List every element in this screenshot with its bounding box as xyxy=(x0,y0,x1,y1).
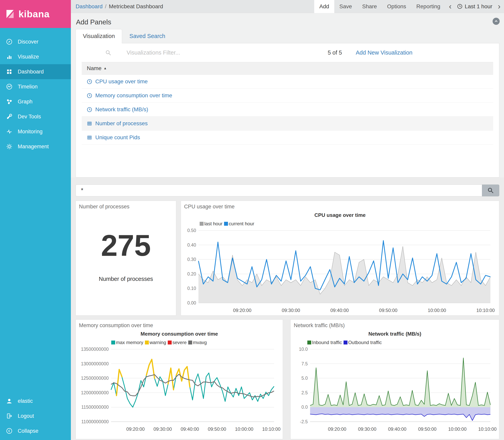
legend-item-inbound-traffic[interactable]: Inbound traffic xyxy=(307,340,342,345)
query-input[interactable] xyxy=(76,185,482,196)
metric-value: 275 xyxy=(101,228,151,263)
legend-item-last-hour[interactable]: last hour xyxy=(200,221,223,226)
svg-text:09:30:00: 09:30:00 xyxy=(358,426,376,432)
sidebar-item-collapse[interactable]: Collapse xyxy=(0,424,71,439)
legend-swatch xyxy=(200,222,204,226)
visualize-icon xyxy=(6,53,13,60)
time-back-chevron-icon[interactable]: ‹ xyxy=(445,0,455,13)
legend-item-outbound-traffic[interactable]: Outbound traffic xyxy=(344,340,382,345)
metric-visualization: 275 Number of processes xyxy=(76,210,176,282)
menu-reporting-button[interactable]: Reporting xyxy=(411,0,445,13)
menu-options-button[interactable]: Options xyxy=(382,0,411,13)
svg-text:09:20:00: 09:20:00 xyxy=(233,308,252,313)
table-row-cpu-usage[interactable]: CPU usage over time xyxy=(82,75,493,89)
svg-text:2.5: 2.5 xyxy=(301,390,308,395)
sidebar-item-label: Logout xyxy=(18,413,34,419)
add-new-visualization-link[interactable]: Add New Visualization xyxy=(356,49,412,56)
panel-number-of-processes: Number of processes 275 Number of proces… xyxy=(76,201,176,316)
gear-icon xyxy=(6,143,13,150)
table-row-unique-count-pids[interactable]: Unique count Pids xyxy=(82,131,493,145)
tab-saved-search[interactable]: Saved Search xyxy=(122,29,172,43)
query-search-button[interactable] xyxy=(482,185,499,196)
table-icon xyxy=(87,135,92,140)
svg-text:0.0: 0.0 xyxy=(301,405,308,410)
table-row-memory-consumption[interactable]: Memory consumption over time xyxy=(82,89,493,103)
visualization-count: 5 of 5 xyxy=(328,49,342,56)
collapse-add-panel-button[interactable] xyxy=(492,18,500,25)
add-panels-section: Add Panels Visualization Saved Search 5 … xyxy=(71,13,504,178)
sidebar-item-label: Collapse xyxy=(18,428,38,434)
legend-item-warning[interactable]: warning xyxy=(145,340,166,345)
kibana-logo-icon xyxy=(5,9,15,19)
time-picker[interactable]: Last 1 hour xyxy=(455,0,494,13)
sidebar-item-timelion[interactable]: Timelion xyxy=(0,79,71,94)
table-row-network-traffic[interactable]: Network traffic (MB/s) xyxy=(82,103,493,117)
sidebar-item-dev-tools[interactable]: Dev Tools xyxy=(0,109,71,124)
svg-text:10:10:00: 10:10:00 xyxy=(476,308,494,313)
logo-text: kibana xyxy=(18,9,50,19)
sidebar-item-label: Graph xyxy=(18,99,32,105)
visualizations-filter-input[interactable] xyxy=(126,49,295,56)
table-header-name[interactable]: Name ▲ xyxy=(82,62,493,75)
breadcrumb-dashboard-link[interactable]: Dashboard xyxy=(76,3,103,10)
legend-item-max-memory[interactable]: max memory xyxy=(111,340,143,345)
svg-text:09:50:00: 09:50:00 xyxy=(418,426,437,432)
svg-text:0.50: 0.50 xyxy=(187,228,196,233)
svg-text:13000000000: 13000000000 xyxy=(81,361,109,366)
legend-swatch xyxy=(224,222,228,226)
clock-icon xyxy=(87,107,92,112)
dashboard-icon xyxy=(6,68,13,75)
top-menu: Add Save Share Options Reporting ‹ Last … xyxy=(314,0,504,13)
panel-title: Network traffic (MB/s) xyxy=(291,320,499,329)
svg-text:09:40:00: 09:40:00 xyxy=(388,426,406,432)
legend-item-severe[interactable]: severe xyxy=(168,340,187,345)
sidebar-item-graph[interactable]: Graph xyxy=(0,94,71,109)
svg-text:12500000000: 12500000000 xyxy=(81,376,109,381)
panel-title: CPU usage over time xyxy=(181,201,499,210)
query-bar xyxy=(76,185,499,196)
sidebar-item-dashboard[interactable]: Dashboard xyxy=(0,64,71,79)
svg-text:10:10:00: 10:10:00 xyxy=(478,426,497,432)
sidebar-item-elastic-user[interactable]: elastic xyxy=(0,394,71,409)
cpu-usage-chart: 0.000.100.200.300.400.5009:20:0009:30:00… xyxy=(184,228,496,314)
legend-item-mvavg[interactable]: mvavg xyxy=(188,340,207,345)
menu-share-button[interactable]: Share xyxy=(357,0,382,13)
svg-text:09:30:00: 09:30:00 xyxy=(153,426,172,432)
table-header-label: Name xyxy=(87,65,102,71)
wrench-icon xyxy=(6,113,13,120)
tab-visualization[interactable]: Visualization xyxy=(76,29,122,43)
kibana-logo[interactable]: kibana xyxy=(0,0,71,28)
time-picker-label: Last 1 hour xyxy=(465,3,492,10)
chart-title: CPU usage over time xyxy=(181,212,499,218)
sidebar-item-visualize[interactable]: Visualize xyxy=(0,49,71,64)
visualization-link: Number of processes xyxy=(95,120,148,127)
svg-text:09:20:00: 09:20:00 xyxy=(328,426,346,432)
monitoring-icon xyxy=(6,128,13,135)
svg-text:0.30: 0.30 xyxy=(187,257,196,262)
memory-consumption-chart: 1100000000011500000000120000000001250000… xyxy=(79,346,279,433)
breadcrumb: Dashboard / Metricbeat Dashboard xyxy=(71,3,163,10)
table-icon xyxy=(87,121,92,126)
table-row-number-of-processes[interactable]: Number of processes xyxy=(82,117,493,131)
legend-item-current-hour[interactable]: current hour xyxy=(224,221,254,226)
sidebar-item-logout[interactable]: Logout xyxy=(0,409,71,424)
breadcrumb-current: Metricbeat Dashboard xyxy=(109,3,163,10)
sidebar-item-discover[interactable]: Discover xyxy=(0,34,71,49)
legend-swatch xyxy=(111,341,115,344)
svg-text:0.40: 0.40 xyxy=(187,242,196,248)
legend-swatch xyxy=(307,341,311,344)
network-traffic-chart: -2.50.02.55.07.510.009:20:0009:30:0009:4… xyxy=(293,346,496,433)
svg-text:7.5: 7.5 xyxy=(301,361,308,366)
svg-text:09:40:00: 09:40:00 xyxy=(330,308,349,313)
search-icon xyxy=(488,187,494,194)
visualization-table: Name ▲ CPU usage over time Memory consum… xyxy=(82,62,493,145)
menu-save-button[interactable]: Save xyxy=(334,0,357,13)
svg-text:12000000000: 12000000000 xyxy=(81,390,109,395)
sidebar-nav: Discover Visualize Dashboard Timelion Gr… xyxy=(0,34,71,154)
sidebar-item-monitoring[interactable]: Monitoring xyxy=(0,124,71,139)
legend-swatch xyxy=(168,341,172,344)
time-forward-chevron-icon[interactable]: › xyxy=(494,0,504,13)
menu-add-button[interactable]: Add xyxy=(314,0,334,13)
sidebar-item-management[interactable]: Management xyxy=(0,139,71,154)
svg-text:11500000000: 11500000000 xyxy=(81,405,109,410)
